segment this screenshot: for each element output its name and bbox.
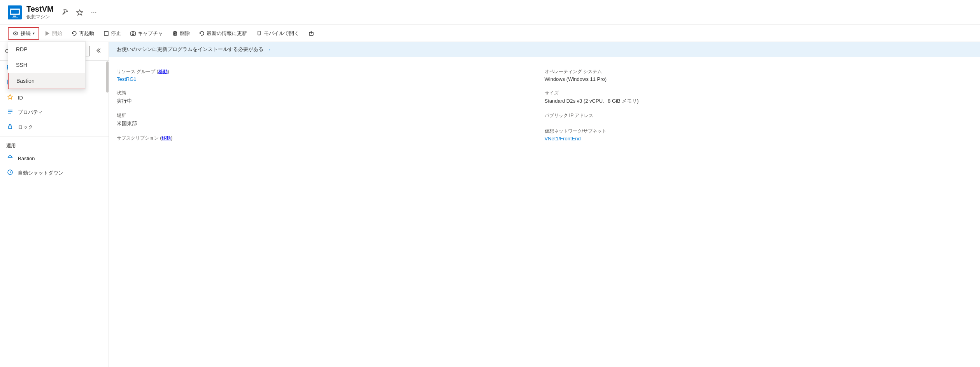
svg-rect-31	[9, 126, 12, 129]
svg-point-7	[15, 33, 16, 34]
info-size-value: Standard D2s v3 (2 vCPU、8 GiB メモリ)	[545, 98, 965, 105]
sidebar-item-lock[interactable]: ロック	[0, 120, 109, 135]
notification-bar: お使いのマシンに更新プログラムをインストールする必要がある →	[109, 42, 980, 57]
sidebar-item-label: ロック	[18, 124, 33, 131]
start-label: 開始	[52, 30, 62, 37]
svg-rect-4	[12, 17, 18, 17]
sidebar-item-label: 自動シャットダウン	[18, 170, 63, 177]
vm-icon	[8, 5, 22, 19]
sidebar-collapse-button[interactable]	[92, 46, 104, 56]
info-location-value: 米国東部	[117, 120, 537, 127]
info-left: リソース グループ (移動) TestRG1 状態 実行中 場所 米国東部 サブ…	[117, 65, 545, 147]
info-location: 場所 米国東部	[117, 108, 545, 131]
info-os-label: オペレーティング システム	[545, 68, 965, 75]
sidebar-item-label: プロパティ	[18, 109, 43, 116]
delete-icon	[172, 31, 178, 36]
dropdown-rdp[interactable]: RDP	[8, 42, 85, 57]
move-link-sub[interactable]: 移動	[161, 135, 171, 141]
vnet-link[interactable]: VNet1/FrontEnd	[545, 136, 581, 142]
stop-button[interactable]: 停止	[100, 28, 125, 39]
sidebar-item-identity[interactable]: ID	[0, 90, 109, 105]
svg-marker-8	[46, 31, 49, 36]
info-location-label: 場所	[117, 112, 537, 119]
notification-link[interactable]: →	[266, 47, 271, 52]
connect-label: 接続	[21, 30, 31, 37]
info-right: オペレーティング システム Windows (Windows 11 Pro) サ…	[545, 65, 973, 147]
info-grid: リソース グループ (移動) TestRG1 状態 実行中 場所 米国東部 サブ…	[109, 57, 980, 154]
svg-rect-2	[11, 10, 19, 14]
dropdown-ssh[interactable]: SSH	[8, 57, 85, 73]
resource-group-link[interactable]: TestRG1	[117, 76, 137, 82]
autoshutdown-icon	[6, 169, 14, 177]
identity-icon	[6, 94, 14, 101]
pin-button[interactable]	[60, 7, 70, 17]
delete-button[interactable]: 削除	[168, 28, 194, 39]
info-status: 状態 実行中	[117, 86, 545, 108]
info-subscription-label: サブスクリプション (移動)	[117, 135, 537, 142]
collapse-icon	[95, 48, 101, 53]
svg-rect-12	[174, 32, 177, 35]
info-resource-group-label: リソース グループ (移動)	[117, 68, 537, 75]
info-resource-group-value: TestRG1	[117, 76, 537, 82]
content-area: お使いのマシンに更新プログラムをインストールする必要がある → リソース グルー…	[109, 42, 980, 367]
svg-rect-9	[104, 31, 108, 35]
svg-line-34	[8, 155, 10, 157]
info-public-ip-label: パブリック IP アドレス	[545, 112, 965, 119]
sidebar-section-operations: 運用	[0, 138, 109, 151]
svg-rect-3	[13, 16, 16, 17]
connect-dropdown-container: 接続 ▾ RDP SSH Bastion	[8, 27, 39, 40]
export-button[interactable]	[305, 29, 318, 38]
properties-icon	[6, 108, 14, 116]
info-vnet: 仮想ネットワーク/サブネット VNet1/FrontEnd	[545, 124, 973, 145]
toolbar: 接続 ▾ RDP SSH Bastion 開始 再起動 停止 キャプチ	[0, 25, 980, 42]
header-actions: ···	[60, 7, 98, 18]
page-header: TestVM 仮想マシン ···	[0, 0, 980, 25]
sidebar-item-autoshutdown[interactable]: 自動シャットダウン	[0, 166, 109, 180]
refresh-label: 最新の情報に更新	[207, 30, 247, 37]
connect-button[interactable]: 接続 ▾	[8, 27, 39, 40]
info-status-value: 実行中	[117, 98, 537, 105]
main-layout: 可用性とスケーリング 構成 ID プロパティ ロック	[0, 42, 980, 367]
connect-dropdown-menu: RDP SSH Bastion	[8, 41, 86, 89]
stop-label: 停止	[111, 30, 121, 37]
start-button[interactable]: 開始	[41, 28, 66, 39]
info-vnet-value: VNet1/FrontEnd	[545, 136, 965, 142]
more-button[interactable]: ···	[89, 7, 98, 18]
connect-icon	[12, 30, 19, 37]
capture-button[interactable]: キャプチャ	[126, 28, 167, 39]
mobile-label: モバイルで開く	[264, 30, 299, 37]
restart-button[interactable]: 再起動	[68, 28, 98, 39]
delete-label: 削除	[180, 30, 190, 37]
page-title: TestVM	[26, 5, 54, 14]
dropdown-bastion[interactable]: Bastion	[8, 73, 85, 89]
capture-label: キャプチャ	[138, 30, 163, 37]
bastion-icon	[6, 154, 14, 162]
notification-text: お使いのマシンに更新プログラムをインストールする必要がある	[117, 46, 263, 53]
refresh-icon	[199, 31, 205, 36]
start-icon	[45, 31, 50, 36]
sidebar-divider	[0, 136, 109, 136]
lock-icon	[6, 123, 14, 131]
move-link-rg[interactable]: 移動	[158, 69, 168, 74]
stop-icon	[103, 31, 109, 36]
info-subscription: サブスクリプション (移動)	[117, 131, 545, 147]
sidebar-item-label: Bastion	[18, 156, 35, 161]
export-icon	[309, 31, 314, 36]
info-resource-group: リソース グループ (移動) TestRG1	[117, 65, 545, 86]
svg-marker-6	[77, 10, 83, 15]
header-title-group: TestVM 仮想マシン	[26, 5, 54, 20]
sidebar-item-label: ID	[18, 95, 23, 101]
restart-icon	[72, 31, 77, 36]
favorite-button[interactable]	[75, 7, 85, 17]
restart-label: 再起動	[79, 30, 94, 37]
sidebar-item-bastion[interactable]: Bastion	[0, 151, 109, 166]
page-subtitle: 仮想マシン	[26, 14, 54, 20]
info-public-ip: パブリック IP アドレス	[545, 108, 973, 124]
info-os-value: Windows (Windows 11 Pro)	[545, 76, 965, 82]
sidebar-scrollbar[interactable]	[106, 61, 109, 93]
sidebar-item-properties[interactable]: プロパティ	[0, 105, 109, 120]
refresh-button[interactable]: 最新の情報に更新	[195, 28, 251, 39]
connect-chevron: ▾	[33, 31, 35, 35]
mobile-button[interactable]: モバイルで開く	[252, 28, 303, 39]
info-size: サイズ Standard D2s v3 (2 vCPU、8 GiB メモリ)	[545, 86, 973, 108]
